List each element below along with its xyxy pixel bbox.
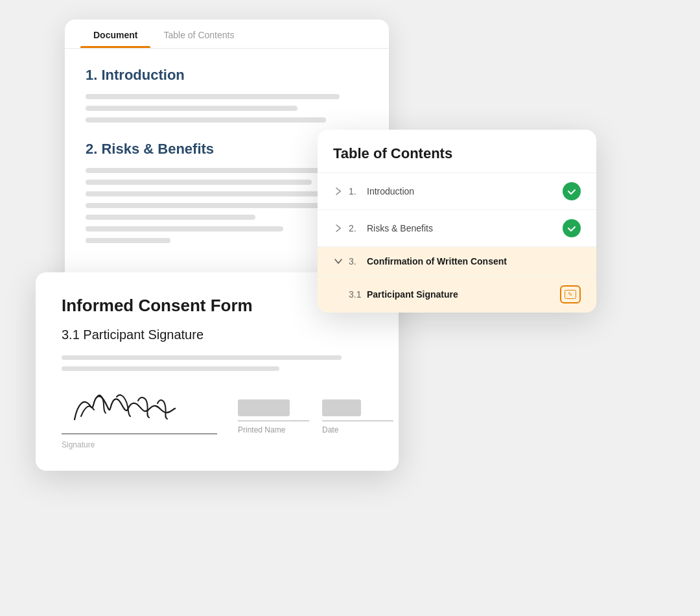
doc-line <box>86 191 326 196</box>
toc-item-label: Risks & Benefits <box>367 223 563 233</box>
signature-image <box>62 384 217 429</box>
content-line <box>62 355 342 360</box>
doc-line <box>86 203 340 208</box>
toc-item-risks-benefits[interactable]: 2. Risks & Benefits <box>318 209 596 246</box>
doc-line <box>86 180 312 185</box>
toc-title: Table of Contents <box>318 130 596 172</box>
toc-item-number: 3.1 <box>349 289 367 300</box>
tab-table-of-contents[interactable]: Table of Contents <box>150 19 247 48</box>
toc-item-label: Participant Signature <box>367 289 560 300</box>
toc-item-participant-signature[interactable]: 3.1 Participant Signature ✎ <box>318 276 596 313</box>
toc-item-confirmation[interactable]: 3. Confirmation of Written Consent <box>318 246 596 276</box>
tab-toc-label: Table of Contents <box>163 30 234 40</box>
toc-item-number: 2. <box>349 223 367 233</box>
section-title: 3.1 Participant Signature <box>62 327 373 342</box>
toc-item-number: 3. <box>349 256 367 267</box>
doc-line <box>86 117 326 123</box>
date-label: Date <box>322 425 393 434</box>
printed-name-block: Printed Name <box>238 399 309 434</box>
content-line <box>62 366 279 371</box>
check-icon <box>563 219 581 237</box>
tab-document[interactable]: Document <box>80 19 150 48</box>
toc-card: Table of Contents 1. Introduction 2. Ris… <box>318 130 596 313</box>
toc-item-number: 1. <box>349 186 367 196</box>
date-block: Date <box>322 399 393 434</box>
doc-section-1-title: 1. Introduction <box>86 67 368 84</box>
signature-block <box>62 384 217 434</box>
chevron-right-icon <box>333 223 344 233</box>
printed-name-field <box>238 399 309 421</box>
doc-line <box>86 106 298 111</box>
date-field <box>322 399 393 421</box>
signature-label: Signature <box>62 440 95 449</box>
tab-document-label: Document <box>93 30 137 40</box>
chevron-down-icon <box>333 256 344 267</box>
printed-name-label: Printed Name <box>238 425 309 434</box>
signature-area: Printed Name Date <box>62 384 373 434</box>
signature-required-icon: ✎ <box>560 285 581 303</box>
doc-line <box>86 168 340 173</box>
check-icon <box>563 182 581 200</box>
svg-text:✎: ✎ <box>568 291 573 298</box>
doc-tabs: Document Table of Contents <box>65 19 389 49</box>
toc-item-label: Confirmation of Written Consent <box>367 256 581 267</box>
chevron-right-icon <box>333 186 344 196</box>
toc-item-introduction[interactable]: 1. Introduction <box>318 172 596 209</box>
doc-line <box>86 215 255 220</box>
doc-line <box>86 238 170 243</box>
signature-fields: Printed Name Date <box>238 399 393 434</box>
toc-item-label: Introduction <box>367 186 563 196</box>
doc-line <box>86 226 283 231</box>
doc-line <box>86 94 340 99</box>
